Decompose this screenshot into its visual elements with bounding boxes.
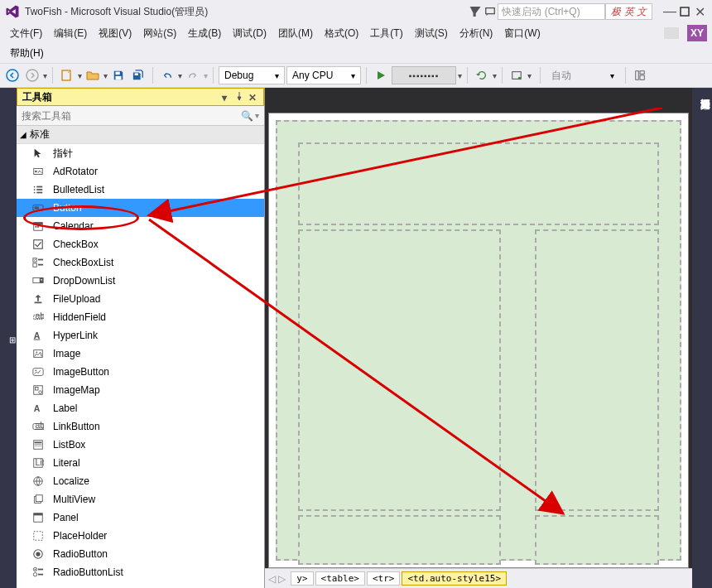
toolbox-item-linkbutton[interactable]: abLinkButton bbox=[17, 417, 264, 436]
svg-rect-57 bbox=[36, 495, 42, 502]
table-cell[interactable] bbox=[535, 515, 659, 565]
toolbox-item-bulletedlist[interactable]: BulletedList bbox=[17, 181, 264, 199]
svg-rect-25 bbox=[34, 223, 43, 225]
svg-rect-28 bbox=[34, 240, 43, 249]
refresh-button[interactable] bbox=[473, 66, 491, 84]
menu-view[interactable]: 视图(V) bbox=[94, 25, 137, 42]
toolbox-item-placeholder[interactable]: PlaceHolder bbox=[17, 527, 264, 545]
save-all-button[interactable] bbox=[129, 66, 147, 84]
search-icon[interactable]: 🔍 bbox=[241, 110, 253, 122]
toolbox-item-label: Localize bbox=[53, 475, 89, 487]
maximize-button[interactable] bbox=[677, 4, 692, 19]
breadcrumb-item[interactable]: <td.auto-style15> bbox=[402, 571, 507, 586]
panel-dropdown-icon[interactable]: ▾ bbox=[222, 92, 232, 102]
menu-file[interactable]: 文件(F) bbox=[5, 25, 47, 42]
toolbox-item-label[interactable]: ALabel bbox=[17, 399, 264, 417]
browser-dropdown[interactable]: ▪▪▪▪▪▪▪▪ bbox=[392, 66, 456, 84]
target-dropdown[interactable]: 自动▾ bbox=[546, 66, 620, 84]
breadcrumb-arrow-icon[interactable]: ◁ ▷ bbox=[268, 573, 286, 585]
toolbox-item-pointer[interactable]: 指针 bbox=[17, 144, 264, 162]
toolbox-search-input[interactable] bbox=[22, 110, 241, 122]
menu-debug[interactable]: 调试(D) bbox=[228, 25, 272, 42]
table-cell[interactable] bbox=[298, 229, 501, 511]
browse-button[interactable] bbox=[508, 66, 526, 84]
breadcrumb-item[interactable]: <table> bbox=[315, 571, 365, 586]
open-file-button[interactable] bbox=[84, 66, 102, 84]
svg-rect-23 bbox=[35, 206, 39, 210]
svg-text:abc: abc bbox=[36, 311, 45, 321]
toolbox-item-label: Image bbox=[53, 348, 80, 359]
toolbox-item-imagebutton[interactable]: ImageButton bbox=[17, 363, 264, 381]
toolbox-item-calendar[interactable]: Calendar bbox=[17, 217, 264, 235]
breadcrumb-item[interactable]: y> bbox=[291, 571, 313, 586]
designer-area: ◁ ▷y><table><tr><td.auto-style15> bbox=[265, 88, 692, 588]
panel-pin-icon[interactable] bbox=[235, 92, 245, 102]
close-button[interactable]: ✕ bbox=[692, 4, 707, 19]
panel-close-icon[interactable]: ✕ bbox=[248, 92, 258, 102]
table-cell[interactable] bbox=[298, 515, 501, 565]
ime-indicator[interactable]: 极 英 文 bbox=[605, 3, 652, 20]
svg-rect-12 bbox=[640, 71, 644, 75]
designer-canvas[interactable] bbox=[268, 113, 689, 568]
toolbox-item-hyperlink[interactable]: AHyperLink bbox=[17, 326, 264, 345]
toolbox-item-panel[interactable]: Panel bbox=[17, 508, 264, 527]
toolbox-category[interactable]: ◢ 标准 bbox=[17, 126, 264, 144]
toolbox-item-radiobuttonlist[interactable]: RadioButtonList bbox=[17, 563, 264, 581]
breadcrumb-item[interactable]: <tr> bbox=[367, 571, 401, 586]
notification-icon[interactable] bbox=[468, 4, 483, 19]
toolbox-item-label: PlaceHolder bbox=[53, 530, 107, 542]
svg-rect-44 bbox=[36, 388, 39, 391]
menu-analyze[interactable]: 分析(N) bbox=[455, 25, 498, 42]
feedback-icon[interactable] bbox=[483, 4, 498, 19]
toolbox-item-button[interactable]: Button bbox=[17, 199, 264, 217]
toolbox-item-localize[interactable]: Localize bbox=[17, 472, 264, 490]
toolbox-search: 🔍 ▾ bbox=[17, 106, 264, 126]
toolbox-item-imagemap[interactable]: ImageMap bbox=[17, 381, 264, 399]
new-project-button[interactable] bbox=[58, 66, 76, 84]
nav-forward-button[interactable] bbox=[23, 66, 41, 84]
minimize-button[interactable]: — bbox=[662, 4, 677, 19]
table-cell[interactable] bbox=[298, 142, 659, 225]
menu-help[interactable]: 帮助(H) bbox=[5, 45, 49, 62]
toolbox-item-checkboxlist[interactable]: CheckBoxList bbox=[17, 253, 264, 272]
design-grid[interactable] bbox=[276, 120, 681, 561]
menu-format[interactable]: 格式(O) bbox=[320, 25, 363, 42]
save-button[interactable] bbox=[109, 66, 127, 84]
svg-text:A: A bbox=[34, 403, 41, 413]
toolbox-item-image[interactable]: Image bbox=[17, 345, 264, 363]
menu-test[interactable]: 测试(S) bbox=[410, 25, 453, 42]
undo-button[interactable] bbox=[158, 66, 176, 84]
start-debug-button[interactable] bbox=[372, 66, 390, 84]
toolbox-item-label: HiddenField bbox=[53, 311, 106, 323]
svg-point-42 bbox=[36, 369, 37, 371]
left-collapsed-panel[interactable]: ⊞ bbox=[0, 88, 17, 588]
quick-launch-input[interactable]: 快速启动 (Ctrl+Q) bbox=[498, 3, 605, 20]
solution-explorer-tab[interactable]: 解决方案资源管理器 bbox=[698, 91, 712, 588]
menu-tools[interactable]: 工具(T) bbox=[365, 25, 407, 42]
sign-in-icon[interactable] bbox=[664, 27, 679, 39]
toolbox-item-hiddenfield[interactable]: abcHiddenField bbox=[17, 308, 264, 326]
menu-build[interactable]: 生成(B) bbox=[183, 25, 226, 42]
toolbox-item-multiview[interactable]: MultiView bbox=[17, 490, 264, 508]
toolbox-item-dropdownlist[interactable]: DropDownList bbox=[17, 272, 264, 290]
quick-launch-placeholder: 快速启动 (Ctrl+Q) bbox=[502, 5, 580, 19]
toolbox-item-checkbox[interactable]: CheckBox bbox=[17, 235, 264, 253]
menu-edit[interactable]: 编辑(E) bbox=[49, 25, 92, 42]
menu-team[interactable]: 团队(M) bbox=[273, 25, 318, 42]
svg-rect-41 bbox=[33, 369, 43, 376]
toolbox-item-listbox[interactable]: ListBox bbox=[17, 436, 264, 454]
redo-button[interactable] bbox=[184, 66, 202, 84]
solution-platform-dropdown[interactable]: Any CPU▾ bbox=[286, 66, 361, 84]
nav-back-button[interactable] bbox=[3, 66, 22, 84]
toolbox-item-radiobutton[interactable]: RadioButton bbox=[17, 545, 264, 563]
menu-window[interactable]: 窗口(W) bbox=[499, 25, 545, 42]
svg-rect-52 bbox=[35, 446, 42, 446]
toolbox-item-fileupload[interactable]: FileUpload bbox=[17, 290, 264, 308]
toolbox-item-adrotator[interactable]: AdRotator bbox=[17, 162, 264, 181]
solution-config-dropdown[interactable]: Debug▾ bbox=[219, 66, 285, 84]
toolbox-item-literal[interactable]: LitLiteral bbox=[17, 454, 264, 472]
user-badge[interactable]: XY bbox=[687, 25, 707, 41]
table-cell[interactable] bbox=[535, 229, 659, 511]
menu-website[interactable]: 网站(S) bbox=[138, 25, 181, 42]
format-button[interactable] bbox=[631, 66, 649, 84]
